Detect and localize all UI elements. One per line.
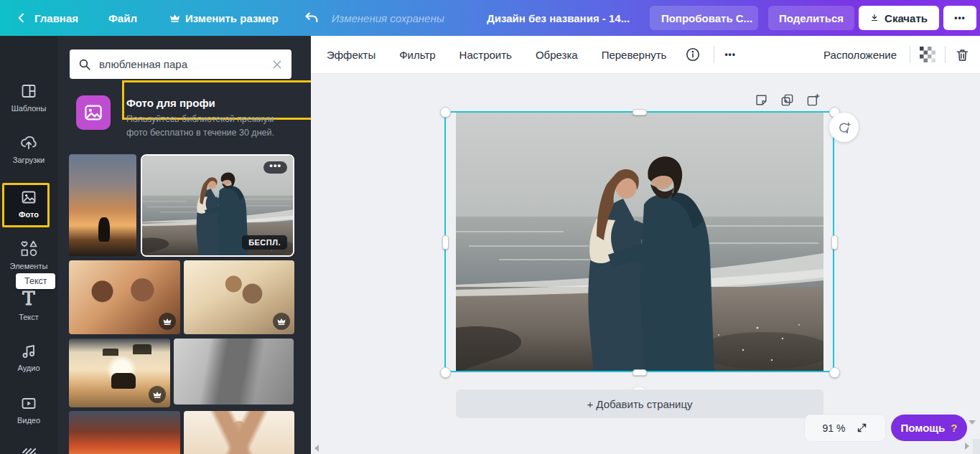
- sidebar-item-uploads[interactable]: Загрузки: [0, 134, 57, 164]
- fullscreen-icon[interactable]: [857, 422, 867, 433]
- audio-icon: [20, 342, 37, 359]
- scroll-right-arrow[interactable]: [965, 443, 969, 450]
- resize-handle-top[interactable]: [633, 109, 647, 115]
- scroll-down-arrow[interactable]: [969, 420, 976, 425]
- search-field[interactable]: [70, 49, 291, 79]
- help-button[interactable]: Помощь ?: [891, 415, 967, 441]
- filter-button[interactable]: Фильтр: [399, 49, 435, 61]
- back-chevron-icon: [16, 12, 27, 24]
- sidebar: Шаблоны Загрузки Фото Элементы T Текст А…: [0, 36, 57, 454]
- sidebar-item-templates[interactable]: Шаблоны: [0, 82, 57, 113]
- toolbar-divider: [910, 46, 910, 63]
- undo-button[interactable]: [304, 11, 319, 24]
- topbar-more-button[interactable]: •••: [943, 6, 976, 30]
- sidebar-item-video[interactable]: Видео: [0, 394, 57, 425]
- photo-thumb-holding-hands[interactable]: [174, 339, 294, 405]
- notes-icon[interactable]: [755, 93, 768, 107]
- photo-icon: [83, 102, 104, 123]
- share-label: Поделиться: [779, 12, 844, 24]
- sidebar-item-elements[interactable]: Элементы: [0, 239, 57, 270]
- crop-button[interactable]: Обрезка: [536, 49, 578, 61]
- delete-button[interactable]: [955, 47, 970, 62]
- doc-title[interactable]: Дизайн без названия - 14...: [487, 0, 630, 36]
- trash-icon: [955, 47, 970, 62]
- pro-photos-banner-icon[interactable]: [76, 95, 111, 130]
- design-page[interactable]: [456, 113, 823, 372]
- resize-handle-left[interactable]: [442, 235, 449, 250]
- share-button[interactable]: Поделиться: [768, 6, 854, 30]
- duplicate-page-icon[interactable]: [780, 93, 794, 107]
- zoom-control[interactable]: 91 %: [805, 415, 885, 441]
- top-bar: Главная Файл Изменить размер Изменения с…: [0, 0, 980, 36]
- photo-thumb-red-sunset[interactable]: [69, 411, 180, 454]
- scrollbar-corner: [973, 439, 980, 454]
- photo-thumb-smiling-couple[interactable]: [69, 260, 180, 334]
- home-menu[interactable]: Главная: [34, 12, 78, 24]
- download-icon: [870, 12, 879, 24]
- canva-editor: Главная Файл Изменить размер Изменения с…: [0, 0, 980, 454]
- scroll-left-arrow[interactable]: [314, 445, 319, 452]
- free-badge: БЕСПЛ.: [242, 235, 287, 250]
- promo-description: Пользуйтесь библиотекой премиум-фото бес…: [126, 113, 295, 140]
- premium-crown-badge: [273, 313, 290, 330]
- beach-couple-image[interactable]: [456, 113, 823, 372]
- toolbar-more-button[interactable]: •••: [724, 49, 736, 60]
- adjust-button[interactable]: Настроить: [459, 49, 512, 61]
- home-label: Главная: [34, 12, 78, 24]
- promo-title[interactable]: Фото для профи: [126, 97, 215, 109]
- comment-plus-icon: [837, 120, 851, 135]
- premium-crown-badge: [159, 313, 176, 330]
- add-page-icon[interactable]: [806, 93, 820, 107]
- help-label: Помощь: [901, 422, 946, 434]
- file-menu[interactable]: Файл: [108, 12, 137, 24]
- image-toolbar: Эффекты Фильтр Настроить Обрезка Перевер…: [311, 36, 980, 74]
- video-icon: [20, 394, 37, 412]
- download-label: Скачать: [885, 12, 928, 24]
- crown-icon: [163, 318, 172, 326]
- sidebar-item-text[interactable]: T Текст: [0, 288, 57, 321]
- back-button[interactable]: [16, 12, 27, 24]
- more-dots: •••: [954, 13, 966, 23]
- text-icon: T: [19, 288, 38, 308]
- try-pro-button[interactable]: Попробовать С...: [650, 6, 758, 30]
- help-question-mark: ?: [951, 422, 957, 434]
- elements-icon: [19, 239, 38, 257]
- resize-label: Изменить размер: [185, 12, 279, 24]
- sidebar-item-audio[interactable]: Аудио: [0, 342, 57, 372]
- add-page-button[interactable]: + Добавить страницу: [456, 389, 823, 418]
- photo-thumb-heart-hands[interactable]: [184, 411, 294, 454]
- toolbar-divider: [714, 46, 714, 63]
- try-pro-label: Попробовать С...: [661, 12, 752, 24]
- effects-button[interactable]: Эффекты: [327, 49, 375, 61]
- crown-icon: [153, 391, 162, 399]
- resize-menu[interactable]: Изменить размер: [169, 12, 279, 24]
- comment-button[interactable]: [829, 113, 859, 142]
- download-button[interactable]: Скачать: [859, 6, 939, 30]
- clear-search-icon[interactable]: [271, 59, 283, 70]
- position-button[interactable]: Расположение: [823, 49, 897, 61]
- premium-crown-badge: [149, 386, 166, 403]
- info-icon: [685, 47, 701, 62]
- resize-handle-bottom-left[interactable]: [440, 367, 451, 378]
- photo-thumb-beach-swing[interactable]: [69, 339, 170, 407]
- zoom-level[interactable]: 91 %: [823, 422, 846, 434]
- search-input[interactable]: [98, 57, 265, 71]
- resize-handle-right[interactable]: [831, 235, 838, 250]
- undo-icon: [304, 11, 319, 24]
- resize-handle-top-left[interactable]: [440, 107, 451, 118]
- photo-thumb-beach-couple-selected[interactable]: ••• БЕСПЛ.: [141, 154, 294, 257]
- resize-handle-bottom[interactable]: [633, 369, 647, 376]
- templates-icon: [20, 82, 37, 100]
- resize-handle-bottom-right[interactable]: [829, 367, 840, 378]
- thumb-more-button[interactable]: •••: [263, 161, 287, 174]
- sidebar-item-background[interactable]: Фон: [0, 446, 57, 454]
- flip-button[interactable]: Перевернуть: [602, 49, 667, 61]
- upload-cloud-icon: [19, 134, 38, 151]
- transparency-checkerboard-icon: [920, 47, 935, 62]
- info-button[interactable]: [685, 47, 701, 62]
- photo-thumb-piggyback-couple[interactable]: [184, 260, 294, 334]
- photo-icon: [20, 189, 37, 206]
- photo-thumb-sunset-silhouette[interactable]: [69, 154, 136, 256]
- sidebar-item-photos[interactable]: Фото: [0, 189, 57, 219]
- transparency-button[interactable]: [920, 47, 935, 62]
